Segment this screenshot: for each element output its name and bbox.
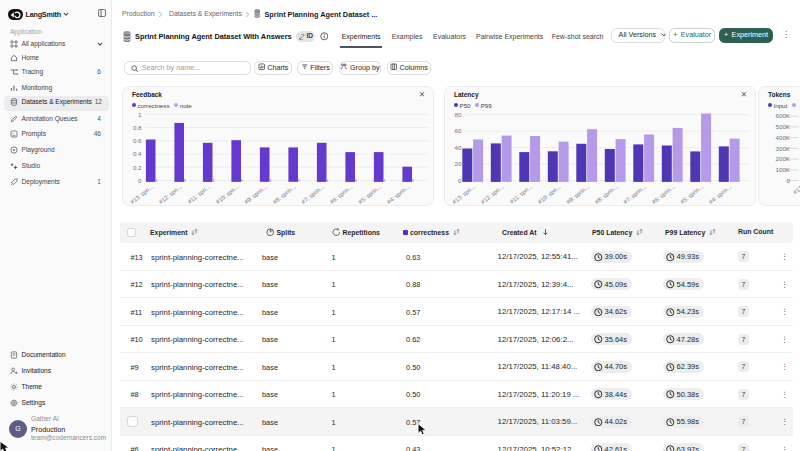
svg-text:#13:: #13: xyxy=(792,183,800,195)
svg-text:#13: spri...: #13: spri... xyxy=(129,183,154,205)
svg-text:80: 80 xyxy=(455,111,462,118)
svg-text:0: 0 xyxy=(458,177,462,184)
svg-text:#7: sprin...: #7: sprin... xyxy=(622,183,647,205)
svg-text:#6: sprin...: #6: sprin... xyxy=(651,183,676,205)
svg-text:#7: sprin...: #7: sprin... xyxy=(300,183,325,205)
svg-text:0: 0 xyxy=(138,177,142,184)
svg-text:#10: spri...: #10: spri... xyxy=(537,183,562,205)
svg-text:0.2: 0.2 xyxy=(133,164,142,171)
svg-text:#5: sprin...: #5: sprin... xyxy=(679,183,704,205)
svg-text:#13: spri...: #13: spri... xyxy=(451,183,476,205)
svg-text:#9: sprin...: #9: sprin... xyxy=(565,183,590,205)
svg-text:1: 1 xyxy=(138,111,142,118)
svg-text:#11: spri...: #11: spri... xyxy=(509,183,534,204)
svg-text:100K: 100K xyxy=(776,166,791,173)
svg-text:0.8: 0.8 xyxy=(133,124,142,131)
svg-text:600K: 600K xyxy=(776,112,791,119)
svg-text:500K: 500K xyxy=(776,123,791,130)
svg-text:#12: spri...: #12: spri... xyxy=(158,183,183,205)
svg-text:#12: spri...: #12: spri... xyxy=(480,183,505,205)
svg-text:60: 60 xyxy=(455,127,462,134)
svg-text:0.4: 0.4 xyxy=(133,150,142,157)
svg-text:#4: sprin...: #4: sprin... xyxy=(386,183,411,205)
svg-text:#9: sprin...: #9: sprin... xyxy=(243,183,268,205)
svg-text:0.6: 0.6 xyxy=(133,137,142,144)
svg-text:#8: sprin...: #8: sprin... xyxy=(594,183,619,205)
svg-text:#4: sprin...: #4: sprin... xyxy=(708,183,733,205)
svg-text:300K: 300K xyxy=(776,145,791,152)
svg-text:#8: sprin...: #8: sprin... xyxy=(272,183,297,205)
svg-text:#10: spri...: #10: spri... xyxy=(215,183,240,205)
svg-text:200K: 200K xyxy=(776,155,791,162)
svg-text:20: 20 xyxy=(455,160,462,167)
svg-text:#5: sprin...: #5: sprin... xyxy=(357,183,382,205)
svg-text:#6: sprin...: #6: sprin... xyxy=(329,183,354,205)
svg-text:400K: 400K xyxy=(776,134,791,141)
svg-text:0: 0 xyxy=(787,177,791,184)
svg-text:#11: spri...: #11: spri... xyxy=(187,183,212,204)
svg-text:40: 40 xyxy=(455,144,462,151)
